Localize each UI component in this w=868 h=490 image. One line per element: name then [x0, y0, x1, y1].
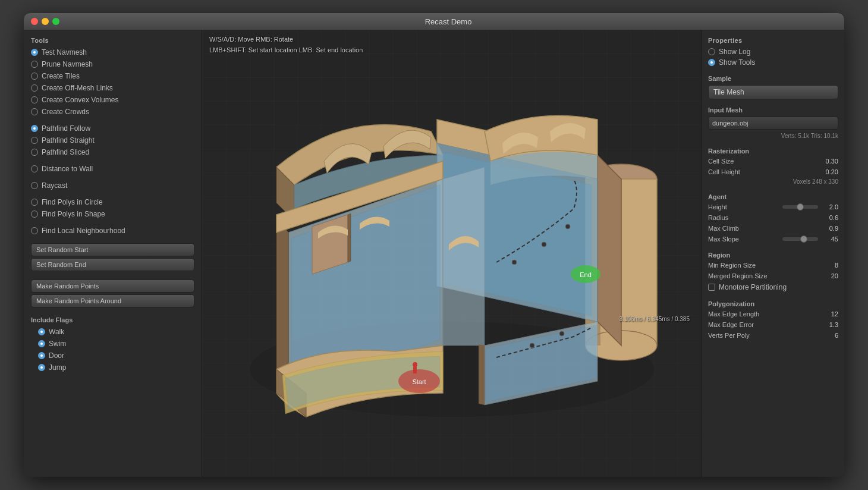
- main-content: Tools Test Navmesh Prune Navmesh Create …: [24, 30, 844, 477]
- left-panel: Tools Test Navmesh Prune Navmesh Create …: [24, 30, 202, 477]
- tool-label-test-navmesh: Test Navmesh: [42, 48, 87, 56]
- sidebar-item-test-navmesh[interactable]: Test Navmesh: [24, 46, 202, 58]
- make-random-points-button[interactable]: Make Random Points: [31, 279, 194, 293]
- max-slope-row: Max Slope 45: [702, 234, 844, 244]
- sidebar-item-find-polys-circle[interactable]: Find Polys in Circle: [24, 196, 202, 208]
- tool-label-create-off-mesh: Create Off-Mesh Links: [42, 84, 113, 92]
- svg-point-14: [542, 242, 546, 247]
- sidebar-item-distance-to-wall[interactable]: Distance to Wall: [24, 163, 202, 175]
- radio-door[interactable]: [38, 352, 45, 359]
- make-random-points-around-button[interactable]: Make Random Points Around: [31, 294, 194, 307]
- svg-text:Start: Start: [412, 378, 426, 385]
- radio-distance-to-wall[interactable]: [31, 165, 38, 172]
- radio-prune-navmesh[interactable]: [31, 61, 38, 68]
- max-slope-value: 45: [820, 235, 838, 243]
- rasterization-section: Rasterization Cell Size 0.30 Cell Height…: [702, 145, 844, 186]
- sample-dropdown[interactable]: Tile Mesh: [708, 85, 838, 99]
- radio-find-local-neighbourhood[interactable]: [31, 227, 38, 234]
- height-row: Height 2.0: [702, 202, 844, 212]
- radio-show-tools[interactable]: [708, 59, 715, 66]
- sidebar-item-create-convex[interactable]: Create Convex Volumes: [24, 94, 202, 106]
- radio-create-tiles[interactable]: [31, 73, 38, 80]
- radio-find-polys-shape[interactable]: [31, 211, 38, 218]
- flag-walk[interactable]: Walk: [31, 326, 194, 338]
- radio-create-convex[interactable]: [31, 96, 38, 103]
- flags-title: Include Flags: [31, 316, 194, 323]
- close-button[interactable]: [31, 18, 38, 25]
- tools-section-title: Tools: [24, 34, 202, 46]
- svg-rect-9: [413, 366, 417, 373]
- tool-label-pathfind-follow: Pathfind Follow: [42, 124, 90, 133]
- radio-walk[interactable]: [38, 328, 45, 335]
- radius-value: 0.6: [820, 214, 838, 221]
- height-slider[interactable]: [782, 205, 818, 209]
- set-random-start-button[interactable]: Set Random Start: [31, 243, 194, 256]
- show-tools-item[interactable]: Show Tools: [702, 57, 844, 68]
- flag-jump[interactable]: Jump: [31, 362, 194, 373]
- app-window: Recast Demo Tools Test Navmesh Prune Nav…: [24, 13, 844, 477]
- timing-overlay: 3.106ms / 6.345ms / 0.385: [619, 316, 690, 322]
- radio-create-off-mesh[interactable]: [31, 84, 38, 92]
- viewport[interactable]: Start: [202, 30, 702, 477]
- sidebar-item-create-off-mesh[interactable]: Create Off-Mesh Links: [24, 82, 202, 94]
- svg-point-13: [512, 260, 517, 265]
- radio-create-crowds[interactable]: [31, 108, 38, 115]
- minimize-button[interactable]: [42, 18, 49, 25]
- height-value: 2.0: [820, 203, 838, 211]
- radio-swim[interactable]: [38, 340, 45, 347]
- flag-swim[interactable]: Swim: [31, 338, 194, 350]
- radio-pathfind-sliced[interactable]: [31, 149, 38, 156]
- tool-label-create-crowds: Create Crowds: [42, 108, 89, 116]
- radio-jump[interactable]: [38, 364, 45, 371]
- tool-label-raycast: Raycast: [42, 181, 67, 190]
- voxels-info: Voxels 248 x 330: [702, 177, 844, 186]
- 3d-scene[interactable]: Start: [202, 30, 702, 477]
- sidebar-item-create-crowds[interactable]: Create Crowds: [24, 106, 202, 118]
- min-region-row: Min Region Size 8: [702, 260, 844, 271]
- height-slider-thumb[interactable]: [797, 203, 804, 211]
- sidebar-item-prune-navmesh[interactable]: Prune Navmesh: [24, 58, 202, 70]
- flag-door[interactable]: Door: [31, 350, 194, 362]
- radio-find-polys-circle[interactable]: [31, 199, 38, 206]
- merged-region-row: Merged Region Size 20: [702, 271, 844, 281]
- merged-region-value: 20: [820, 272, 838, 279]
- sidebar-item-pathfind-straight[interactable]: Pathfind Straight: [24, 134, 202, 146]
- flag-label-door: Door: [49, 351, 64, 360]
- show-log-label: Show Log: [719, 48, 750, 56]
- sidebar-item-raycast[interactable]: Raycast: [24, 180, 202, 191]
- min-region-value: 8: [820, 262, 838, 269]
- radio-raycast[interactable]: [31, 182, 38, 189]
- flag-label-walk: Walk: [49, 328, 64, 336]
- radio-pathfind-straight[interactable]: [31, 137, 38, 144]
- max-slope-label: Max Slope: [708, 235, 739, 243]
- monotore-partitioning-checkbox[interactable]: [708, 284, 715, 291]
- sidebar-item-create-tiles[interactable]: Create Tiles: [24, 70, 202, 82]
- monotore-partitioning-item[interactable]: Monotore Partitioning: [702, 281, 844, 293]
- max-edge-length-value: 12: [820, 310, 838, 318]
- max-slope-slider-thumb[interactable]: [800, 235, 807, 243]
- max-edge-error-label: Max Edge Error: [708, 321, 754, 328]
- cell-height-row: Cell Height 0.20: [702, 167, 844, 177]
- sidebar-item-find-polys-shape[interactable]: Find Polys in Shape: [24, 208, 202, 220]
- radio-pathfind-follow[interactable]: [31, 125, 38, 132]
- region-section: Region Min Region Size 8 Merged Region S…: [702, 249, 844, 293]
- sidebar-item-pathfind-sliced[interactable]: Pathfind Sliced: [24, 146, 202, 158]
- radio-show-log[interactable]: [708, 48, 715, 55]
- radio-test-navmesh[interactable]: [31, 49, 38, 56]
- max-edge-error-value: 1.3: [820, 321, 838, 328]
- max-slope-slider[interactable]: [782, 237, 818, 241]
- show-log-item[interactable]: Show Log: [702, 46, 844, 57]
- input-mesh-section: Input Mesh dungeon.obj Verts: 5.1k Tris:…: [702, 104, 844, 140]
- monotore-partitioning-label: Monotore Partitioning: [719, 283, 787, 291]
- show-tools-label: Show Tools: [719, 58, 755, 67]
- cell-size-row: Cell Size 0.30: [702, 156, 844, 167]
- tool-label-create-tiles: Create Tiles: [42, 72, 80, 80]
- maximize-button[interactable]: [52, 18, 59, 25]
- min-region-label: Min Region Size: [708, 262, 756, 269]
- sidebar-item-find-local-neighbourhood[interactable]: Find Local Neighbourhood: [24, 225, 202, 237]
- titlebar: Recast Demo: [24, 13, 844, 30]
- set-random-end-button[interactable]: Set Random End: [31, 258, 194, 271]
- max-climb-row: Max Climb 0.9: [702, 223, 844, 234]
- svg-point-10: [413, 362, 417, 367]
- sidebar-item-pathfind-follow[interactable]: Pathfind Follow: [24, 122, 202, 134]
